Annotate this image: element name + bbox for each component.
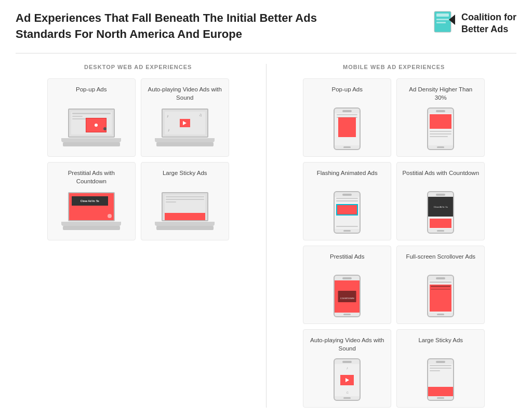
phone-screen xyxy=(335,197,360,229)
card-image xyxy=(409,107,472,151)
phone-screen xyxy=(428,113,453,145)
card-image xyxy=(154,191,216,235)
phone-illustration xyxy=(334,107,361,150)
card-image xyxy=(316,107,378,151)
card-desktop-sticky: Large Sticky Ads xyxy=(141,162,229,240)
play-icon xyxy=(183,121,187,125)
laptop-illustration xyxy=(155,192,215,233)
phone-screen xyxy=(428,280,453,313)
laptop-screen xyxy=(68,109,115,138)
card-label: Pop-up Ads xyxy=(332,85,363,102)
logo-icon xyxy=(433,10,456,36)
phone-illustration xyxy=(427,275,454,317)
countdown-bar: Close Ad In: 5s xyxy=(72,196,108,206)
card-image: COUNTDOWN xyxy=(316,274,378,318)
mobile-section: MOBILE WEB AD EXPERIENCES Pop-up Ads xyxy=(272,64,517,408)
desktop-cards-grid: Pop-up Ads xyxy=(21,78,256,240)
card-label: Postitial Ads with Countdown xyxy=(402,169,479,185)
card-label: Prestitial Ads xyxy=(330,252,364,269)
phone-screen xyxy=(335,113,360,145)
card-label: Large Sticky Ads xyxy=(418,336,463,353)
section-divider xyxy=(266,64,267,408)
laptop-keyboard xyxy=(63,226,120,230)
music-note-top: ♪ xyxy=(347,366,349,370)
phone-illustration xyxy=(334,191,361,234)
card-desktop-video-sound: Auto-playing Video Ads with Sound ♪ ♫ ♪ xyxy=(141,78,229,157)
page-title: Ad Experiences That Fall Beneath The Ini… xyxy=(16,10,338,43)
phone-screen: ♪ ♫ xyxy=(335,364,360,396)
main-content: DESKTOP WEB AD EXPERIENCES Pop-up Ads xyxy=(16,64,516,408)
card-image: ♪ ♫ xyxy=(316,358,378,402)
card-mobile-density: Ad Density Higher Than 30% xyxy=(396,78,485,157)
popup-ad xyxy=(86,118,107,132)
laptop-screen: ♪ ♫ ♪ xyxy=(162,109,208,138)
header-divider xyxy=(16,53,516,53)
laptop-base xyxy=(61,138,121,142)
phone-notch xyxy=(436,361,445,363)
card-desktop-prestitial: Prestitial Ads with Countdown Close Ad I… xyxy=(47,162,136,240)
phone-button xyxy=(437,314,444,315)
phone-notch xyxy=(342,277,352,279)
card-mobile-video-sound: Auto-playing Video Ads with Sound ♪ ♫ xyxy=(303,329,391,408)
phone-button xyxy=(343,146,351,148)
card-image: ♪ ♫ ♪ xyxy=(154,107,216,151)
logo-area: Coalition forBetter Ads xyxy=(433,10,516,36)
phone-illustration: COUNTDOWN xyxy=(334,275,361,317)
svg-rect-3 xyxy=(436,22,446,23)
phone-illustration xyxy=(427,358,454,401)
phone-notch xyxy=(342,361,352,363)
laptop-illustration xyxy=(61,109,121,149)
card-image: Close Ad In: 5s xyxy=(409,191,472,235)
popup-ad xyxy=(338,117,356,137)
cursor xyxy=(103,127,107,130)
phone-screen xyxy=(428,364,453,396)
card-mobile-popup: Pop-up Ads xyxy=(303,78,391,157)
phone-button xyxy=(343,314,351,315)
phone-screen: Close Ad In: 5s xyxy=(428,197,453,229)
card-label: Full-screen Scrollover Ads xyxy=(406,252,475,269)
laptop-base xyxy=(155,222,215,226)
laptop-screen: Close Ad In: 5s xyxy=(68,192,115,221)
laptop-keyboard xyxy=(156,226,214,230)
card-mobile-postitial: Postitial Ads with Countdown Close Ad In… xyxy=(396,162,485,240)
card-label: Auto-playing Video Ads with Sound xyxy=(147,85,223,102)
phone-notch xyxy=(436,194,445,196)
mobile-section-title: MOBILE WEB AD EXPERIENCES xyxy=(277,64,512,70)
card-label: Prestitial Ads with Countdown xyxy=(53,169,130,185)
phone-illustration: Close Ad In: 5s xyxy=(427,191,454,234)
card-label: Pop-up Ads xyxy=(76,85,107,102)
phone-notch xyxy=(436,277,445,279)
card-label: Ad Density Higher Than 30% xyxy=(402,85,479,102)
phone-illustration: ♪ ♫ xyxy=(334,358,361,401)
card-label: Auto-playing Video Ads with Sound xyxy=(309,336,385,353)
page-header: Ad Experiences That Fall Beneath The Ini… xyxy=(16,10,516,43)
mobile-cards-grid: Pop-up Ads Ad Density Higher Than xyxy=(277,78,512,408)
card-mobile-flashing: Flashing Animated Ads xyxy=(303,162,391,240)
card-image: Close Ad In: 5s xyxy=(60,191,123,235)
laptop-illustration: ♪ ♫ ♪ xyxy=(155,109,215,149)
card-image xyxy=(409,358,472,402)
card-mobile-scrollover: Full-screen Scrollover Ads xyxy=(396,246,485,324)
card-label: Flashing Animated Ads xyxy=(317,169,378,185)
phone-notch xyxy=(436,110,445,112)
phone-illustration xyxy=(427,107,454,150)
svg-rect-1 xyxy=(436,14,449,17)
card-mobile-prestitial: Prestitial Ads COUNTDOWN xyxy=(303,246,391,324)
phone-button xyxy=(343,397,351,399)
countdown-text: Close Ad In: 5s xyxy=(81,199,99,203)
card-image xyxy=(409,274,472,318)
svg-rect-2 xyxy=(436,19,449,20)
phone-notch xyxy=(342,110,352,112)
card-desktop-popup: Pop-up Ads xyxy=(47,78,136,157)
logo-text: Coalition forBetter Ads xyxy=(461,11,516,36)
phone-button xyxy=(437,146,444,148)
card-image xyxy=(60,107,123,151)
phone-button xyxy=(437,397,444,399)
card-mobile-sticky: Large Sticky Ads xyxy=(396,329,485,408)
card-image xyxy=(316,191,378,235)
video-ad xyxy=(180,119,190,127)
phone-button xyxy=(343,230,351,232)
laptop-keyboard xyxy=(156,142,214,146)
laptop-keyboard xyxy=(63,142,120,146)
laptop-base xyxy=(155,138,215,142)
